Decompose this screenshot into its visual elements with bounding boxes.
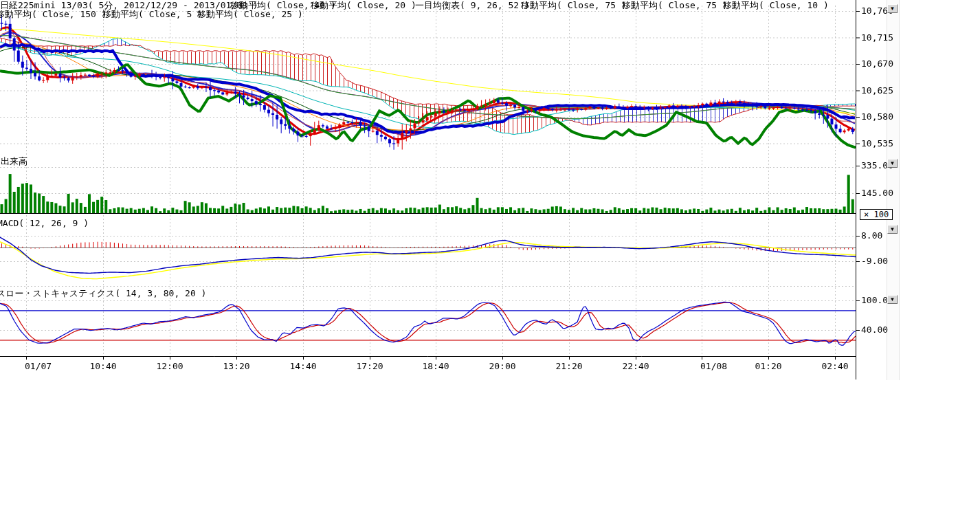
header-indicator-label: 移動平均( Close, 150 ) <box>0 10 107 19</box>
header-indicator-label: 移動平均( Close, 20 ) <box>311 1 416 10</box>
header-indicator-label: 移動平均( Close, 5 ) <box>102 10 203 19</box>
stoch-pane-label: スロー・ストキャスティクス( 14, 3, 80, 20 ) <box>0 289 206 298</box>
x-axis-tick-label: 01:20 <box>755 362 782 371</box>
scroll-down-button[interactable]: ▼ <box>887 295 898 304</box>
x-axis-tick-label: 21:20 <box>555 362 583 371</box>
x-axis-tick-label: 22:40 <box>622 362 649 371</box>
x-axis-tick-label: 02:40 <box>821 362 849 371</box>
volume-multiplier-badge: × 100 <box>860 209 893 220</box>
y-axis-tick-label: 40.00 <box>861 325 888 334</box>
header-indicator-label: 移動平均( Close, 25 ) <box>197 10 303 19</box>
x-axis-tick-label: 10:40 <box>89 362 117 371</box>
header-indicator-label: 移動平均( Close, 75 ) <box>622 1 728 10</box>
scroll-down-button[interactable]: ▼ <box>887 159 898 168</box>
macd-pane-label: MACD( 12, 26, 9 ) <box>0 219 89 228</box>
y-axis-tick-label: -9.00 <box>861 256 888 265</box>
y-axis-tick-label: 10,625 <box>861 86 893 95</box>
y-axis-tick-label: 10,535 <box>861 139 893 148</box>
x-axis-tick-label: 18:40 <box>422 362 449 371</box>
x-axis-tick-label: 01/08 <box>700 362 727 371</box>
x-axis-tick-label: 17:20 <box>356 362 383 371</box>
x-axis-tick-label: 12:00 <box>156 362 183 371</box>
volume-pane-label: 出来高 <box>1 157 27 166</box>
x-axis-tick-label: 01/07 <box>25 362 52 371</box>
scroll-down-button[interactable]: ▼ <box>887 4 898 13</box>
y-axis-tick-label: 10,580 <box>861 112 893 121</box>
y-axis-tick-label: 10,670 <box>861 59 893 68</box>
y-axis-tick-label: 10,715 <box>861 33 893 42</box>
x-axis-tick-label: 20:00 <box>489 362 516 371</box>
scroll-down-button[interactable]: ▼ <box>887 225 898 234</box>
y-axis-tick-label: 8.00 <box>861 231 882 240</box>
header-indicator-label: 移動平均( Close, 10 ) <box>723 1 829 10</box>
y-axis-tick-label: 145.00 <box>861 188 893 197</box>
header-indicator-label: 一目均衡表( 9, 26, 52 ) <box>415 1 530 10</box>
x-axis-tick-label: 14:40 <box>289 362 317 371</box>
chart-canvas[interactable] <box>0 0 980 528</box>
chart-application-window: 日経225mini 13/03( 5分, 2012/12/29 - 2013/0… <box>0 0 980 528</box>
header-indicator-label: 移動平均( Close, 75 ) <box>521 1 627 10</box>
x-axis-tick-label: 13:20 <box>223 362 250 371</box>
